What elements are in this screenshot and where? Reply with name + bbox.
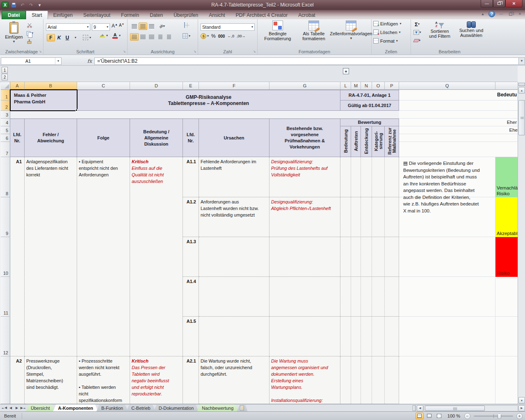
tab-pdf-architect[interactable]: PDF Architect 4 Creator	[231, 11, 293, 19]
italic-button[interactable]: K	[55, 34, 63, 41]
percent-style-button[interactable]: %	[211, 33, 216, 39]
col-header-o[interactable]: O	[372, 82, 385, 90]
rating-cells-a15[interactable]	[340, 317, 399, 356]
col-header-l[interactable]: L	[340, 82, 351, 90]
insert-worksheet-button[interactable]	[237, 404, 247, 411]
number-format-select[interactable]: Standard▾	[201, 23, 255, 31]
cell-legend-row5[interactable]: Ehe	[495, 126, 518, 134]
header-lfd-nr[interactable]: Lfd. Nr.	[10, 119, 25, 157]
decrease-decimal-button[interactable]: ,00→	[237, 34, 246, 38]
first-sheet-button[interactable]: ⯬◀	[2, 406, 7, 410]
tab-acrobat[interactable]: Acrobat	[293, 11, 320, 19]
expand-columns-button[interactable]: +	[343, 68, 349, 74]
header-massnahmen[interactable]: Bestehende bzw. vorgesehene Prüfmaßnahme…	[269, 119, 340, 157]
sheet-tab-b-funktion[interactable]: B-Funktion	[96, 404, 128, 411]
autosum-button[interactable]: Σ▾	[413, 20, 422, 28]
cell-doc-title[interactable]: GMP-Risikoanalyse Tablettenpresse – A-Ko…	[77, 90, 340, 111]
align-center-button[interactable]	[139, 33, 147, 41]
split-handle[interactable]	[518, 83, 525, 86]
insert-cells-button[interactable]: +Einfügen▾	[372, 19, 411, 28]
increase-decimal-button[interactable]: ←,0	[227, 34, 234, 38]
paste-button[interactable]: Einfügen ▼	[3, 21, 25, 43]
decrease-indent-button[interactable]	[156, 33, 164, 41]
header-fehler[interactable]: Fehler / Abweichung	[25, 119, 77, 157]
cell-a15-massnahme[interactable]	[269, 317, 340, 356]
cell-a13-ursache[interactable]	[199, 237, 269, 277]
cell-a2-nr[interactable]: A2	[10, 356, 25, 404]
cell-a11-nr[interactable]: A1.1	[183, 157, 199, 197]
risk-cell-high[interactable]: Risiko	[495, 237, 518, 277]
rating-cells-a11[interactable]	[340, 157, 399, 197]
vertical-scroll-thumb[interactable]	[518, 100, 525, 135]
cell-a13-massnahme[interactable]	[269, 237, 340, 277]
sort-filter-button[interactable]: AZ Sortieren und Filtern	[425, 20, 454, 39]
cell-valid-from[interactable]: Gültig ab 01.04.2017	[340, 100, 399, 111]
header-rating-kategorisierung[interactable]: Kategori- sierung	[372, 126, 385, 157]
zoom-level[interactable]: 100 %	[447, 413, 460, 418]
fill-color-button[interactable]: ▾	[99, 33, 108, 38]
tab-ansicht[interactable]: Ansicht	[203, 11, 230, 19]
cell-a11-massnahme[interactable]: Designqualifizierung: Prüfung des Lasten…	[269, 157, 340, 197]
underline-dropdown[interactable]: ▾	[71, 34, 80, 41]
name-box[interactable]: A1 ▾	[1, 57, 62, 65]
header-rating-bedeutung[interactable]: Bedeutung	[340, 126, 351, 157]
alignment-dialog-launcher[interactable]: ↘	[193, 50, 197, 54]
delete-cells-button[interactable]: ×Löschen▾	[372, 28, 411, 37]
tab-seitenlayout[interactable]: Seitenlayout	[78, 11, 116, 19]
cell-note[interactable]: ▤ Die vorliegende Einstufung der Bewertu…	[400, 158, 493, 214]
increase-indent-button[interactable]	[164, 33, 173, 41]
cell-a1-bedeutung[interactable]: KritischEinfluss auf die Qualität ist ni…	[130, 157, 183, 356]
normal-view-button[interactable]	[415, 413, 424, 419]
tab-daten[interactable]: Daten	[144, 11, 168, 19]
row-header-9[interactable]: 9	[1, 197, 10, 237]
wrap-text-button[interactable]	[184, 23, 185, 27]
row-header-12[interactable]: 12	[1, 317, 10, 356]
cell-styles-button[interactable]: Zellenformatvorlagen ▼	[331, 19, 371, 40]
sheet-tab-nachbewertung[interactable]: Nachbewertung	[197, 404, 238, 411]
cell-a14-massnahme[interactable]	[269, 277, 340, 317]
cell-doc-ref[interactable]: RA-4.7-01, Anlage 1	[340, 90, 399, 100]
format-painter-button[interactable]	[25, 37, 34, 46]
font-size-select[interactable]: 9▾	[92, 23, 110, 31]
row-header-2[interactable]: 2	[1, 100, 10, 111]
number-dialog-launcher[interactable]: ↘	[252, 50, 256, 54]
next-sheet-button[interactable]: ▶	[14, 406, 20, 410]
row-header-10[interactable]: 10	[1, 237, 10, 277]
expand-formula-bar-button[interactable]: ▼	[518, 57, 525, 65]
tab-ueberpruefen[interactable]: Überprüfen	[168, 11, 203, 19]
tab-formeln[interactable]: Formeln	[116, 11, 144, 19]
col-header-p[interactable]: P	[385, 82, 399, 90]
shrink-font-button[interactable]: A▼	[119, 23, 124, 27]
sheet-tab-uebersicht[interactable]: Übersicht	[26, 404, 55, 411]
cell-a21-massnahme[interactable]: Die Wartung muss angemessen organisiert …	[269, 356, 340, 404]
cell-q1[interactable]	[399, 90, 495, 100]
align-middle-button[interactable]	[139, 23, 147, 30]
doc-restore-button[interactable]	[507, 11, 514, 17]
header-rating-auftreten[interactable]: Auftreten	[351, 126, 361, 157]
cell-a12-nr[interactable]: A1.2	[183, 197, 199, 237]
cell-a2-bedeutung[interactable]: KritischDas Pressen der Tabletten wird n…	[130, 356, 183, 404]
header-rating-entdeckung[interactable]: Entdeckung	[361, 126, 372, 157]
header-bewertung[interactable]: Bewertung	[340, 119, 399, 126]
tab-einfuegen[interactable]: Einfügen	[48, 11, 78, 19]
close-button[interactable]: ✕	[505, 0, 523, 7]
header-rating-referenz[interactable]: Referenz zur Maßnahme	[385, 126, 399, 157]
page-break-view-button[interactable]	[435, 413, 443, 419]
font-name-select[interactable]: Arial▾	[46, 23, 90, 31]
cell-a21-nr[interactable]: A2.1	[183, 356, 199, 404]
zoom-slider[interactable]	[474, 415, 513, 417]
header-folge[interactable]: Folge	[77, 119, 130, 157]
bold-button[interactable]: F	[47, 34, 55, 41]
cut-button[interactable]	[25, 21, 34, 29]
col-header-g[interactable]: G	[269, 82, 340, 90]
zoom-slider-thumb[interactable]	[498, 413, 501, 419]
rating-cells-a12[interactable]	[340, 197, 399, 237]
risk-cell-low[interactable]: Vernachläs Risiko	[495, 157, 518, 197]
align-top-button[interactable]	[130, 23, 139, 30]
grow-font-button[interactable]: A▲	[112, 23, 118, 29]
insert-function-button[interactable]: fx	[87, 58, 92, 64]
row-3-strip[interactable]	[10, 111, 399, 119]
rating-cells-a14[interactable]	[340, 277, 399, 317]
col-header-f[interactable]: F	[199, 82, 269, 90]
cell-a15-nr[interactable]: A1.5	[183, 317, 199, 356]
